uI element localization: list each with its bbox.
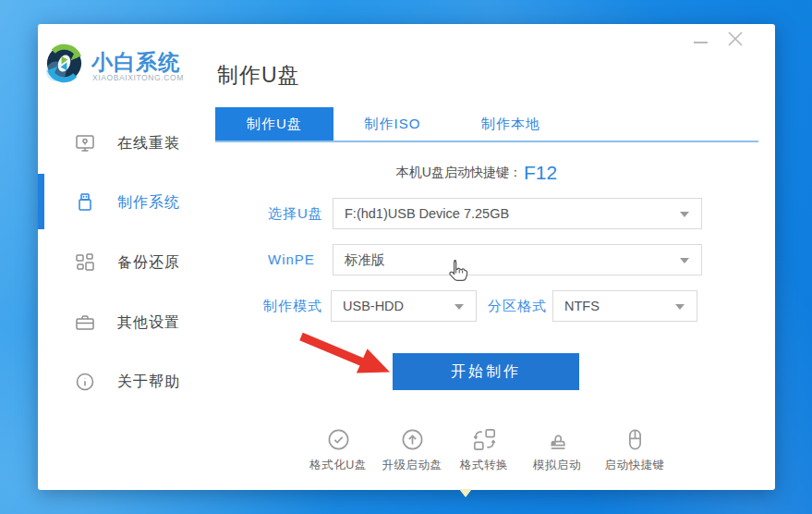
partition-format-value: NTFS (564, 299, 600, 313)
boot-hotkey-value: F12 (524, 162, 557, 184)
start-make-button[interactable]: 开始制作 (393, 353, 579, 390)
sidebar-item-online-reinstall[interactable]: 在线重装 (38, 123, 218, 164)
app-logo-icon (42, 42, 86, 85)
boot-hotkey-line: 本机U盘启动快捷键： F12 (297, 159, 657, 187)
pointer-artifact (459, 489, 472, 497)
sidebar-item-label: 备份还原 (117, 253, 180, 273)
tab-make-local[interactable]: 制作本地 (452, 107, 570, 141)
usb-select-label: 选择U盘 (268, 205, 323, 223)
sidebar-item-about-help[interactable]: 关于帮助 (38, 361, 218, 402)
toolbox-icon (74, 312, 96, 334)
quick-action-format-convert[interactable]: 格式转换 (442, 427, 526, 473)
winpe-label: WinPE (268, 251, 315, 267)
quick-action-label: 格式转换 (460, 458, 508, 473)
chevron-down-icon (680, 258, 689, 263)
usb-select-dropdown[interactable]: F:(hd1)USB Device 7.25GB (333, 198, 702, 229)
sidebar-item-label: 在线重装 (117, 134, 180, 153)
winpe-dropdown[interactable]: 标准版 (333, 244, 702, 275)
monitor-reinstall-icon (74, 132, 96, 154)
quick-action-boot-hotkey[interactable]: 启动快捷键 (593, 427, 676, 473)
quick-action-simulate-boot[interactable]: 模拟启动 (515, 427, 599, 473)
quick-action-label: 启动快捷键 (605, 458, 665, 473)
sidebar-item-label: 制作系统 (117, 193, 180, 213)
red-arrow-annotation-icon (295, 329, 398, 381)
minimize-button[interactable] (690, 33, 710, 50)
quick-action-upgrade-boot-disk[interactable]: 升级启动盘 (370, 427, 454, 473)
check-circle-icon (326, 427, 351, 452)
tab-make-iso[interactable]: 制作ISO (333, 107, 452, 141)
upgrade-arrow-icon (400, 427, 425, 452)
quick-action-label: 格式化U盘 (309, 458, 367, 473)
sidebar-item-other-settings[interactable]: 其他设置 (38, 302, 218, 343)
chevron-down-icon (680, 212, 689, 217)
sidebar-item-label: 其他设置 (117, 313, 180, 333)
sidebar-item-label: 关于帮助 (117, 373, 180, 392)
brand-domain: XIAOBAIXITONG.COM (92, 73, 184, 82)
usb-select-value: F:(hd1)USB Device 7.25GB (345, 206, 509, 221)
format-convert-icon (472, 427, 497, 452)
chevron-down-icon (675, 304, 685, 310)
mouse-icon (623, 427, 648, 452)
tab-make-usb[interactable]: 制作U盘 (215, 107, 333, 141)
quick-action-format-usb[interactable]: 格式化U盘 (297, 427, 380, 473)
tab-bar: 制作U盘 制作ISO 制作本地 (215, 107, 758, 142)
make-mode-dropdown[interactable]: USB-HDD (331, 290, 477, 322)
backup-restore-icon (74, 251, 96, 274)
page-title: 制作U盘 (217, 61, 300, 90)
info-icon (74, 371, 96, 393)
winpe-value: 标准版 (345, 251, 385, 269)
make-mode-label: 制作模式 (263, 298, 322, 315)
quick-action-label: 升级启动盘 (382, 458, 442, 473)
close-button[interactable] (724, 28, 746, 50)
usb-drive-icon (74, 191, 96, 214)
chevron-down-icon (454, 304, 464, 310)
make-mode-value: USB-HDD (343, 299, 404, 313)
sidebar-item-make-system[interactable]: 制作系统 (38, 182, 218, 223)
partition-format-label: 分区格式 (488, 298, 547, 315)
boot-hotkey-label: 本机U盘启动快捷键： (396, 165, 522, 181)
app-window: 小白系统 XIAOBAIXITONG.COM 制作U盘 在线重装 制作系统 (38, 24, 775, 490)
quick-action-label: 模拟启动 (533, 458, 581, 473)
stamp-icon (545, 427, 570, 452)
sidebar-item-backup-restore[interactable]: 备份还原 (38, 242, 218, 283)
partition-format-dropdown[interactable]: NTFS (552, 290, 697, 322)
